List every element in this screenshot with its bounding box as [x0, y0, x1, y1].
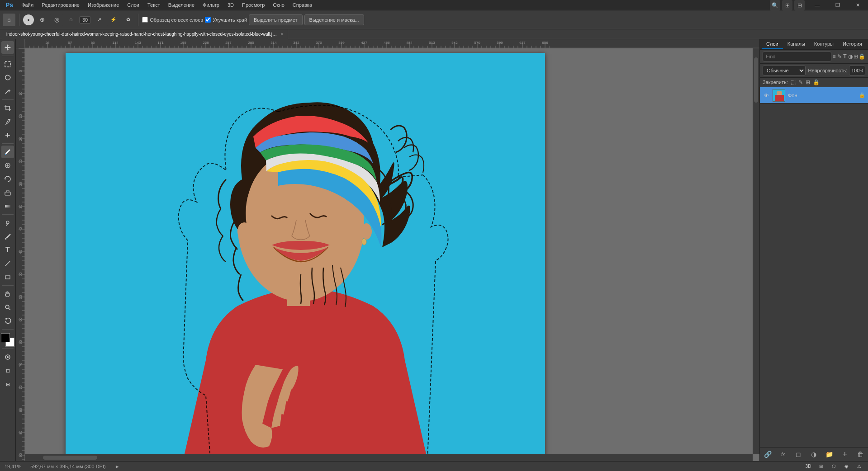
gradient-tool[interactable] — [1, 200, 14, 212]
search-icon[interactable]: 🔍 — [770, 0, 780, 10]
status-gpu-btn[interactable]: ⬡ — [829, 463, 838, 470]
pen-tool[interactable] — [1, 230, 14, 243]
layer-filter-text-btn[interactable]: T — [842, 52, 848, 61]
menu-window[interactable]: Окно — [269, 1, 288, 9]
menu-edit[interactable]: Редактирование — [38, 1, 83, 9]
layer-item-0[interactable]: 👁 Фон 🔒 — [760, 87, 868, 104]
dodge-tool[interactable] — [1, 217, 14, 229]
ruler-corner — [16, 39, 25, 48]
status-3d-btn[interactable]: 3D — [804, 463, 813, 470]
status-network-btn[interactable]: ◉ — [842, 463, 851, 470]
layer-adjust-btn[interactable]: ◑ — [809, 449, 819, 459]
menu-layers[interactable]: Слои — [123, 1, 143, 9]
layer-filter-edit-btn[interactable]: ✎ — [837, 52, 842, 61]
home-button[interactable]: ⌂ — [3, 14, 15, 26]
menu-view[interactable]: Просмотр — [238, 1, 268, 9]
history-brush-tool[interactable] — [1, 173, 14, 185]
layer-filter-lock-btn[interactable]: 🔒 — [859, 52, 865, 61]
tab-history[interactable]: История — [838, 39, 867, 49]
layer-filter-type-btn[interactable]: ≡ — [831, 52, 837, 61]
extra-btn[interactable]: ⊞ — [1, 378, 14, 391]
vertical-scrollbar[interactable] — [753, 48, 759, 454]
airbrush-btn[interactable]: ✿ — [122, 14, 134, 26]
svg-rect-5 — [5, 205, 10, 207]
move-tool[interactable] — [1, 41, 14, 54]
tab-layers[interactable]: Слои — [762, 39, 783, 49]
brush-type-btn[interactable]: ⊕ — [36, 14, 48, 26]
tab-close-btn[interactable]: × — [280, 32, 283, 37]
lock-artboard-btn[interactable]: ⊞ — [806, 79, 810, 85]
status-warning-btn[interactable]: ⚠ — [854, 463, 863, 470]
layer-filter-adjust-btn[interactable]: ◑ — [848, 52, 853, 61]
hand-tool[interactable] — [1, 287, 14, 300]
minimize-button[interactable]: — — [807, 0, 827, 10]
menu-file[interactable]: Файл — [18, 1, 37, 9]
maximize-button[interactable]: ❐ — [827, 0, 848, 10]
clone-tool[interactable] — [1, 159, 14, 172]
doc-dimensions: 592,67 мм × 395,14 мм (300 DPI) — [30, 464, 105, 469]
lock-position-btn[interactable]: ✎ — [798, 79, 803, 85]
document-tab[interactable]: indoor-shot-young-cheerful-dark-haired-w… — [2, 29, 288, 39]
angle-btn[interactable]: ↗ — [93, 14, 105, 26]
improve-edge-checkbox[interactable] — [205, 17, 211, 23]
tab-channels[interactable]: Каналы — [783, 39, 810, 49]
flow-btn[interactable]: ⚡ — [107, 14, 120, 26]
close-button[interactable]: ✕ — [848, 0, 868, 10]
sample-all-checkbox[interactable] — [142, 17, 148, 23]
improve-edge-check[interactable]: Улучшить край — [205, 17, 247, 23]
layers-search-input[interactable] — [763, 52, 831, 61]
lasso-tool[interactable] — [1, 71, 14, 84]
select-and-mask-button[interactable]: Выделение и маска... — [304, 14, 364, 25]
svg-point-2 — [9, 119, 10, 120]
text-tool[interactable]: T — [1, 244, 14, 256]
layer-filter-smart-btn[interactable]: ⊞ — [853, 52, 859, 61]
layer-delete-btn[interactable]: 🗑 — [855, 449, 865, 459]
svg-line-10 — [9, 308, 10, 310]
svg-rect-0 — [5, 61, 10, 67]
color-selector[interactable] — [1, 333, 14, 347]
selection-tool[interactable] — [1, 58, 14, 71]
zoom-tool[interactable] — [1, 301, 14, 314]
menu-image[interactable]: Изображение — [84, 1, 123, 9]
tab-contours[interactable]: Контуры — [810, 39, 838, 49]
heal-tool[interactable] — [1, 129, 14, 141]
layer-visibility-toggle[interactable]: 👁 — [763, 92, 770, 99]
layer-fx-btn[interactable]: fx — [778, 449, 788, 459]
crop-tool[interactable] — [1, 102, 14, 114]
magic-wand-tool[interactable] — [1, 85, 14, 98]
menu-3d[interactable]: 3D — [224, 1, 237, 9]
sample-all-check[interactable]: Образец со всех слоев — [142, 17, 203, 23]
path-selection-tool[interactable] — [1, 257, 14, 270]
canvas[interactable] — [66, 53, 545, 460]
shape-tool[interactable] — [1, 271, 14, 283]
menu-help[interactable]: Справка — [289, 1, 316, 9]
lock-all-btn[interactable]: 🔒 — [813, 79, 820, 85]
layer-folder-btn[interactable]: 📁 — [825, 449, 835, 459]
workspace-icon[interactable]: ⊟ — [794, 0, 805, 10]
menu-text[interactable]: Текст — [144, 1, 164, 9]
arrange-icon[interactable]: ⊞ — [782, 0, 792, 10]
doc-info-arrow[interactable]: ► — [115, 464, 120, 469]
screen-mode-btn[interactable]: ⊡ — [1, 364, 14, 377]
layer-add-btn[interactable]: + — [840, 449, 850, 459]
menu-filter[interactable]: Фильтр — [199, 1, 223, 9]
brush-tool[interactable] — [1, 146, 14, 158]
select-subject-button[interactable]: Выделить предмет — [249, 14, 303, 25]
horizontal-scrollbar[interactable] — [25, 454, 753, 461]
eraser-tool[interactable] — [1, 186, 14, 199]
opacity-input[interactable] — [849, 66, 865, 75]
brush-size-btn[interactable]: ○ — [65, 14, 77, 26]
layer-mask-btn[interactable]: ◻ — [793, 449, 803, 459]
status-arrange-btn[interactable]: ⊞ — [816, 463, 825, 470]
eyedropper-tool[interactable] — [1, 115, 14, 128]
brush-mode-btn[interactable]: ● — [23, 14, 34, 25]
blend-mode-select[interactable]: Обычные — [763, 66, 806, 75]
ruler-top — [25, 39, 759, 48]
brush-hardness-btn[interactable]: ◎ — [50, 14, 63, 26]
tab-operations[interactable]: Операции — [867, 39, 868, 49]
quick-mask-btn[interactable] — [1, 351, 14, 363]
rotate-view-tool[interactable] — [1, 315, 14, 327]
menu-select[interactable]: Выделение — [165, 1, 198, 9]
lock-pixels-btn[interactable]: ⬚ — [791, 79, 796, 85]
layer-link-btn[interactable]: 🔗 — [763, 449, 773, 459]
